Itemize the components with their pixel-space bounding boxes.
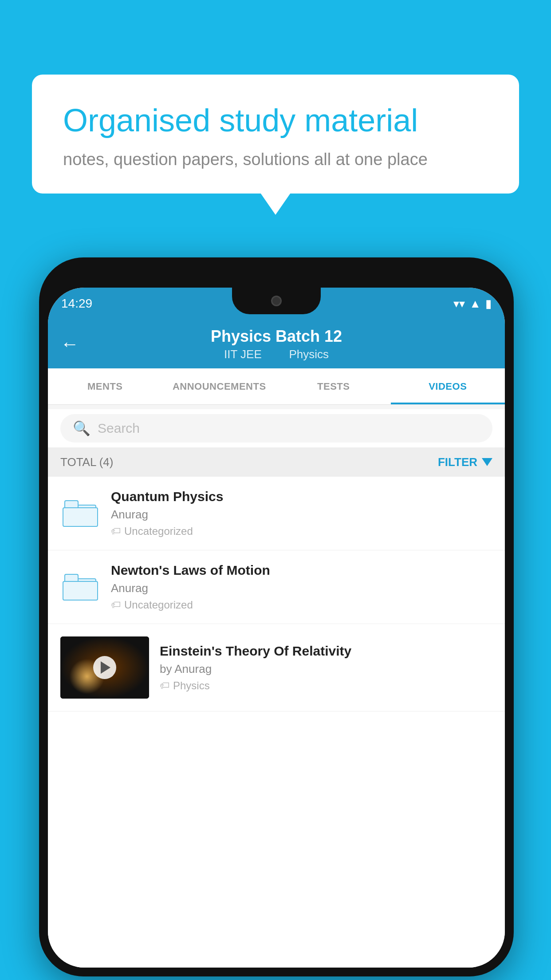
folder-icon <box>64 574 96 601</box>
tag-icon: 🏷 <box>111 599 121 611</box>
front-camera <box>271 296 282 306</box>
wifi-icon: ▾▾ <box>453 297 465 311</box>
tab-ments[interactable]: MENTS <box>48 368 162 404</box>
phone-screen: 14:29 ▾▾ ▲ ▮ ← Physics Batch 12 IIT JEE … <box>48 288 505 968</box>
back-button[interactable]: ← <box>60 333 79 355</box>
tab-videos[interactable]: VIDEOS <box>391 368 505 404</box>
search-input[interactable]: Search <box>98 421 140 436</box>
speech-bubble: Organised study material notes, question… <box>32 75 519 194</box>
tag-label: Uncategorized <box>124 525 193 537</box>
status-icons: ▾▾ ▲ ▮ <box>453 297 492 311</box>
item-tag: 🏷 Uncategorized <box>111 599 492 611</box>
item-tag: 🏷 Physics <box>160 680 492 692</box>
list-item[interactable]: Newton's Laws of Motion Anurag 🏷 Uncateg… <box>48 550 505 624</box>
filter-bar: TOTAL (4) FILTER <box>48 447 505 477</box>
tabs-bar: MENTS ANNOUNCEMENTS TESTS VIDEOS <box>48 368 505 405</box>
tab-tests[interactable]: TESTS <box>276 368 391 404</box>
bubble-title: Organised study material <box>63 101 488 139</box>
search-icon: 🔍 <box>73 420 91 437</box>
notch <box>232 288 321 314</box>
item-author: Anurag <box>111 508 492 522</box>
folder-icon <box>64 500 96 527</box>
search-input-wrapper[interactable]: 🔍 Search <box>60 414 492 443</box>
filter-label: FILTER <box>438 455 477 469</box>
item-author: by Anurag <box>160 662 492 676</box>
item-title: Newton's Laws of Motion <box>111 563 492 578</box>
tab-announcements[interactable]: ANNOUNCEMENTS <box>162 368 277 404</box>
total-label: TOTAL (4) <box>60 455 113 469</box>
item-icon <box>60 494 100 533</box>
speech-bubble-wrapper: Organised study material notes, question… <box>32 75 519 194</box>
tag-icon: 🏷 <box>111 526 121 537</box>
list-item[interactable]: Quantum Physics Anurag 🏷 Uncategorized <box>48 477 505 550</box>
play-icon <box>101 661 110 674</box>
signal-icon: ▲ <box>469 297 481 311</box>
bubble-subtitle: notes, question papers, solutions all at… <box>63 150 488 169</box>
header-subtitle-iit: IIT JEE <box>224 348 262 361</box>
list-item[interactable]: Einstein's Theory Of Relativity by Anura… <box>48 624 505 711</box>
battery-icon: ▮ <box>485 297 492 311</box>
item-title: Einstein's Theory Of Relativity <box>160 644 492 659</box>
item-icon <box>60 567 100 607</box>
item-tag: 🏷 Uncategorized <box>111 525 492 537</box>
filter-button[interactable]: FILTER <box>438 455 492 469</box>
video-thumbnail <box>60 636 149 699</box>
status-time: 14:29 <box>61 296 92 311</box>
header-subtitle-physics: Physics <box>289 348 329 361</box>
app-header: ← Physics Batch 12 IIT JEE Physics <box>48 320 505 368</box>
item-info: Quantum Physics Anurag 🏷 Uncategorized <box>111 489 492 537</box>
header-title: Physics Batch 12 <box>211 327 342 346</box>
play-button[interactable] <box>93 656 116 679</box>
phone-frame: 14:29 ▾▾ ▲ ▮ ← Physics Batch 12 IIT JEE … <box>39 257 514 976</box>
header-subtitle-sep <box>274 348 280 361</box>
tag-label: Uncategorized <box>124 599 193 611</box>
filter-icon <box>482 458 492 466</box>
item-info: Newton's Laws of Motion Anurag 🏷 Uncateg… <box>111 563 492 611</box>
tag-label: Physics <box>173 680 210 692</box>
tag-icon: 🏷 <box>160 680 169 692</box>
item-title: Quantum Physics <box>111 489 492 504</box>
item-info: Einstein's Theory Of Relativity by Anura… <box>160 644 492 692</box>
header-subtitle: IIT JEE Physics <box>220 348 333 361</box>
item-author: Anurag <box>111 581 492 595</box>
search-bar: 🔍 Search <box>48 409 505 447</box>
content-list: Quantum Physics Anurag 🏷 Uncategorized <box>48 477 505 968</box>
